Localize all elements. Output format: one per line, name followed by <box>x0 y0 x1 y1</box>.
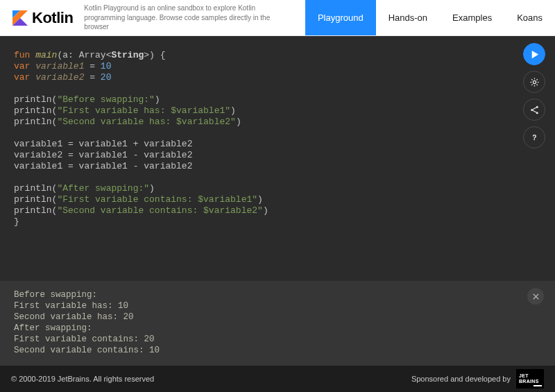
svg-line-17 <box>533 110 536 112</box>
help-button[interactable]: ? <box>523 126 545 148</box>
close-icon <box>532 293 540 300</box>
svg-marker-3 <box>531 50 538 58</box>
help-icon: ? <box>529 133 540 143</box>
output-console: Before swapping: First variable has: 10 … <box>0 281 555 366</box>
nav-item-koans[interactable]: Koans <box>504 0 555 35</box>
kotlin-logo-icon <box>12 10 28 26</box>
nav-item-playground[interactable]: Playground <box>305 0 376 35</box>
logo[interactable]: Kotlin <box>12 9 73 27</box>
nav-item-hands-on[interactable]: Hands-on <box>376 0 440 35</box>
svg-point-15 <box>536 112 538 114</box>
copyright: © 2000-2019 JetBrains. All rights reserv… <box>11 375 154 383</box>
share-icon <box>529 105 540 115</box>
jetbrains-logo[interactable]: JET BRAINS <box>516 369 544 389</box>
action-buttons: ? <box>523 43 545 148</box>
svg-line-10 <box>536 84 537 85</box>
svg-point-13 <box>536 105 538 108</box>
svg-line-16 <box>533 108 536 110</box>
footer: © 2000-2019 JetBrains. All rights reserv… <box>0 366 555 392</box>
jb-line1: JET <box>519 373 541 379</box>
nav: PlaygroundHands-onExamplesKoans <box>305 0 555 35</box>
settings-button[interactable] <box>523 71 545 93</box>
play-icon <box>529 49 540 60</box>
svg-line-12 <box>531 84 532 85</box>
svg-line-11 <box>536 79 537 80</box>
console-output: Before swapping: First variable has: 10 … <box>14 289 541 356</box>
code-content: fun main(a: Array<String>) { var variabl… <box>14 50 555 228</box>
sponsored-text: Sponsored and developed by <box>411 375 511 383</box>
code-editor[interactable]: fun main(a: Array<String>) { var variabl… <box>0 36 555 281</box>
close-console-button[interactable] <box>527 288 544 305</box>
tagline: Kotlin Playground is an online sandbox t… <box>84 3 292 32</box>
header: Kotlin Kotlin Playground is an online sa… <box>0 0 555 36</box>
nav-item-examples[interactable]: Examples <box>440 0 504 35</box>
svg-line-9 <box>531 79 532 80</box>
brand-name: Kotlin <box>32 9 73 27</box>
gear-icon <box>529 77 540 87</box>
jb-line2: BRAINS <box>519 379 541 384</box>
share-button[interactable] <box>523 99 545 121</box>
run-button[interactable] <box>523 43 545 65</box>
svg-point-14 <box>531 109 533 111</box>
svg-text:?: ? <box>532 134 536 142</box>
svg-point-4 <box>533 80 536 83</box>
jb-underline <box>533 385 542 386</box>
